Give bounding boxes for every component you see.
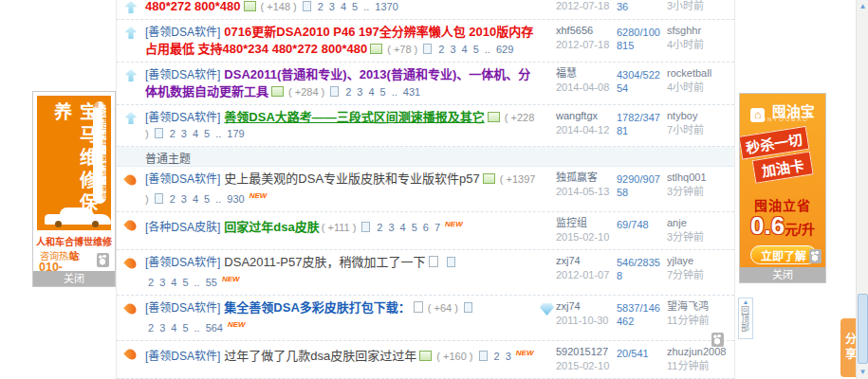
thread-page-link[interactable]: 4 [462, 44, 468, 55]
thread-category-tag[interactable]: [善领DSA软件] [145, 111, 220, 124]
lastpost-time-link[interactable]: 3小时前 [667, 0, 732, 14]
right-ad-close-button[interactable]: 关闭 [740, 267, 825, 282]
thread-page-link[interactable]: 3 [159, 277, 165, 288]
lastpost-user-link[interactable]: sfsghhr [667, 24, 732, 37]
thread-page-link[interactable]: 3 [159, 322, 165, 334]
lastpost-user-link[interactable]: ntyboy [667, 109, 732, 122]
thread-page-link[interactable]: 1370 [375, 1, 397, 12]
thread-page-link[interactable]: .. [485, 44, 490, 55]
thread-page-link[interactable]: 5 [352, 1, 358, 12]
lastpost-time-link[interactable]: 11分钟前 [667, 358, 732, 374]
left-ad-close-button[interactable]: 关闭 [33, 271, 115, 286]
thread-page-link[interactable]: 2 [148, 277, 154, 288]
lastpost-user-link[interactable]: anje [667, 216, 732, 229]
thread-page-link[interactable]: 3 [329, 1, 335, 12]
thread-page-link[interactable]: 5 [473, 44, 479, 55]
scrollbar-up-arrow-icon[interactable]: ▲ [857, 0, 868, 13]
thread-category-tag[interactable]: [善领DSA软件] [145, 301, 220, 315]
thread-page-link[interactable]: 5 [182, 277, 188, 288]
scrollbar-thumb[interactable] [858, 294, 868, 364]
thread-page-link[interactable]: 2 [345, 86, 351, 98]
thread-page-link[interactable]: 2 [148, 322, 154, 334]
thread-category-tag[interactable]: [善领DSA软件] [145, 172, 220, 186]
thread-author-link[interactable]: zxj74 [556, 299, 617, 313]
thread-title-link[interactable]: 集全善领DSA多彩皮肤打包下载： [224, 300, 410, 315]
thread-page-link[interactable]: 2 [377, 222, 382, 233]
thread-page-link[interactable]: .. [363, 1, 369, 12]
right-ad-paw-icon[interactable] [809, 249, 822, 263]
thread-title-link[interactable]: 回家过年dsa皮肤 [224, 220, 319, 234]
thread-author-link[interactable]: wangftgx [556, 109, 617, 122]
thread-page-link[interactable]: 3 [357, 86, 362, 98]
thread-page-link[interactable]: 7 [434, 222, 440, 233]
thread-title-link[interactable]: DSA2011-P57皮肤，稍微加工了一下 [224, 255, 425, 269]
thread-page-link[interactable]: .. [215, 128, 221, 139]
thread-category-tag[interactable]: [善领DSA软件] [145, 26, 220, 39]
thread-page-link[interactable]: 3 [388, 222, 394, 233]
lastpost-user-link[interactable]: 望海飞鸿 [667, 299, 732, 313]
thread-page-link[interactable]: .. [215, 193, 221, 205]
thread-page-link[interactable]: 4 [193, 128, 198, 139]
thread-title-link[interactable]: 480*272 800*480 [145, 0, 241, 13]
thread-title-link[interactable]: 善领DSA大路考——三段式区间测速播报及其它 [224, 110, 484, 124]
thread-author-link[interactable]: xhf5656 [556, 24, 617, 37]
thread-page-link[interactable]: 4 [400, 222, 406, 233]
lastpost-time-link[interactable]: 4小时前 [667, 80, 732, 96]
right-ad-tunyoubao[interactable]: ⌂ 囤油宝 TUNYOUBAO 秒杀一切 加油卡 囤油立省 0.6元/升 立即了… [739, 93, 826, 283]
thread-author-link[interactable]: 独孤赢客 [556, 171, 617, 184]
thread-page-link[interactable]: 629 [496, 44, 513, 55]
lastpost-time-link[interactable]: 11分钟前 [667, 313, 732, 329]
thread-page-link[interactable]: 4 [171, 277, 176, 288]
thread-author-link[interactable]: 592015127 [556, 345, 617, 358]
thread-title-link[interactable]: 过年了做了几款dsa皮肤回家过过年 [224, 349, 416, 363]
thread-page-link[interactable]: 5 [204, 193, 210, 205]
thread-page-link[interactable]: 5 [182, 322, 188, 334]
thread-page-link[interactable]: 564 [206, 322, 223, 334]
thread-page-link[interactable]: .. [392, 86, 397, 98]
thread-page-link[interactable]: 3 [506, 351, 511, 362]
lastpost-time-link[interactable]: 7分钟前 [667, 267, 732, 283]
thread-page-link[interactable]: .. [194, 322, 200, 334]
thread-page-link[interactable]: 930 [227, 193, 244, 205]
lastpost-time-link[interactable]: 3分钟前 [667, 229, 732, 245]
thread-author-link[interactable]: 福慧 [556, 66, 617, 80]
thread-page-link[interactable]: 4 [368, 86, 374, 98]
thread-page-link[interactable]: 2 [438, 44, 444, 55]
thread-page-link[interactable]: 5 [204, 128, 210, 139]
thread-page-link[interactable]: 431 [403, 86, 420, 98]
thread-category-tag[interactable]: [善领DSA软件] [145, 350, 220, 363]
lastpost-user-link[interactable]: yjlaye [667, 254, 732, 267]
scrollbar-down-arrow-icon[interactable]: ▼ [857, 366, 868, 379]
thread-page-link[interactable]: .. [194, 277, 200, 288]
thread-page-link[interactable]: 4 [193, 193, 198, 205]
feedback-paw-icon[interactable] [711, 333, 724, 347]
thread-page-link[interactable]: 3 [450, 44, 455, 55]
thread-category-tag[interactable]: [善领DSA软件] [145, 68, 220, 81]
lastpost-user-link[interactable]: stlhq001 [667, 171, 732, 184]
thread-page-link[interactable]: 55 [206, 277, 217, 288]
lastpost-user-link[interactable]: zhuzjun2008 [667, 345, 732, 358]
right-ad-cta-button[interactable]: 立即了解 [750, 245, 817, 264]
thread-title-link[interactable]: 史上最美观的DSA专业版皮肤和专业版软件p57 [224, 171, 479, 186]
thread-page-link[interactable]: 3 [181, 128, 187, 139]
thread-page-link[interactable]: 4 [341, 1, 346, 12]
back-to-top-button[interactable]: ▲ 回顶部 [738, 298, 753, 339]
thread-page-link[interactable]: 5 [380, 86, 386, 98]
thread-page-link[interactable]: 6 [423, 222, 429, 233]
lastpost-time-link[interactable]: 4小时前 [667, 37, 732, 53]
thread-page-link[interactable]: 2 [318, 1, 323, 12]
thread-category-tag[interactable]: [各种DSA皮肤] [145, 221, 220, 234]
thread-page-link[interactable]: 2 [170, 128, 175, 139]
thread-page-link[interactable]: 5 [412, 222, 417, 233]
thread-page-link[interactable]: 2 [170, 193, 175, 205]
lastpost-time-link[interactable]: 7小时前 [667, 122, 732, 138]
thread-author-link[interactable]: 监控组 [556, 216, 617, 229]
left-ad-bmw-service[interactable]: 宝马维修保养 专注宝马十年·更专业·更信赖 人和车合博世维修站 咨询热线: 01… [32, 91, 116, 287]
thread-page-link[interactable]: 2 [494, 351, 500, 362]
lastpost-user-link[interactable]: rocketball [667, 66, 732, 80]
thread-page-link[interactable]: 4 [171, 322, 176, 334]
thread-page-link[interactable]: 179 [227, 128, 244, 139]
thread-page-link[interactable]: 3 [181, 193, 187, 205]
left-ad-paw-icon[interactable] [97, 253, 109, 267]
lastpost-time-link[interactable]: 3分钟前 [667, 184, 732, 200]
